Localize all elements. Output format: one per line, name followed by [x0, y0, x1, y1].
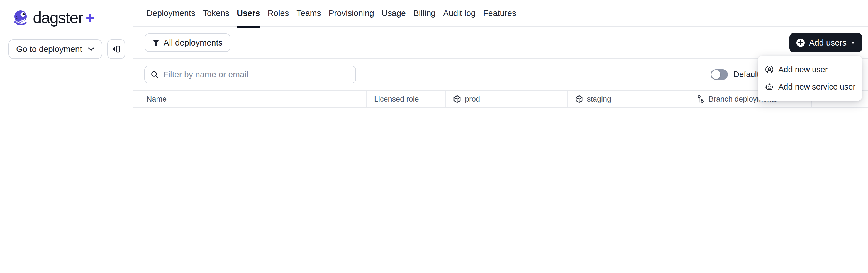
collapse-panel-button[interactable]	[107, 39, 125, 59]
tab-audit-log[interactable]: Audit log	[443, 0, 476, 27]
plus-circle-icon	[796, 38, 805, 47]
tab-tokens[interactable]: Tokens	[203, 0, 229, 27]
menu-item-add-new-service-user[interactable]: Add new service user	[758, 78, 862, 95]
dagster-logo[interactable]: dagster +	[13, 8, 95, 27]
column-header-licensed-role: Licensed role	[366, 91, 445, 107]
dagster-plus-users-page: dagster + Go to deployment	[0, 0, 868, 273]
deployment-cube-icon	[453, 95, 461, 103]
chevron-down-icon	[88, 47, 94, 51]
default-toggle-switch[interactable]	[711, 69, 728, 80]
go-to-deployment-dropdown[interactable]: Go to deployment	[8, 39, 102, 59]
default-toggle-label: Default	[734, 70, 759, 79]
collapse-panel-icon	[112, 45, 120, 54]
tab-usage[interactable]: Usage	[382, 0, 406, 27]
column-header-prod: prod	[445, 91, 567, 107]
deployment-cube-icon	[575, 95, 583, 103]
settings-nav: Deployments Tokens Users Roles Teams Pro…	[133, 0, 868, 27]
brand-plus: +	[86, 10, 95, 25]
tab-deployments[interactable]: Deployments	[147, 0, 195, 27]
tab-billing[interactable]: Billing	[413, 0, 436, 27]
caret-down-icon	[850, 41, 856, 44]
toolbar: All deployments Add users	[133, 27, 868, 59]
menu-item-add-new-user[interactable]: Add new user	[758, 61, 862, 78]
all-deployments-filter-button[interactable]: All deployments	[145, 33, 230, 52]
filter-funnel-icon	[152, 39, 160, 46]
go-to-deployment-label: Go to deployment	[16, 45, 82, 54]
main-content: Deployments Tokens Users Roles Teams Pro…	[133, 0, 868, 273]
search-box[interactable]	[144, 65, 356, 83]
tab-provisioning[interactable]: Provisioning	[329, 0, 374, 27]
all-deployments-label: All deployments	[163, 38, 223, 48]
filter-by-name-input[interactable]	[163, 70, 350, 80]
column-header-staging: staging	[567, 91, 689, 107]
add-users-button[interactable]: Add users	[789, 33, 862, 53]
column-header-name: Name	[133, 91, 366, 107]
add-users-dropdown-menu: Add new user Add new service user	[758, 56, 862, 101]
sidebar: dagster + Go to deployment	[0, 0, 133, 273]
tab-roles[interactable]: Roles	[268, 0, 289, 27]
tab-teams[interactable]: Teams	[297, 0, 321, 27]
dagster-octopus-icon	[13, 9, 29, 26]
brand-name: dagster	[33, 8, 83, 27]
default-toggle-group: Default	[711, 69, 759, 80]
tab-users[interactable]: Users	[237, 0, 260, 27]
robot-icon	[765, 83, 774, 91]
toggle-knob	[711, 70, 720, 79]
user-circle-icon	[765, 65, 774, 74]
branch-deployments-icon	[697, 95, 705, 103]
tab-features[interactable]: Features	[483, 0, 516, 27]
add-users-label: Add users	[809, 38, 846, 48]
search-icon	[150, 70, 159, 79]
